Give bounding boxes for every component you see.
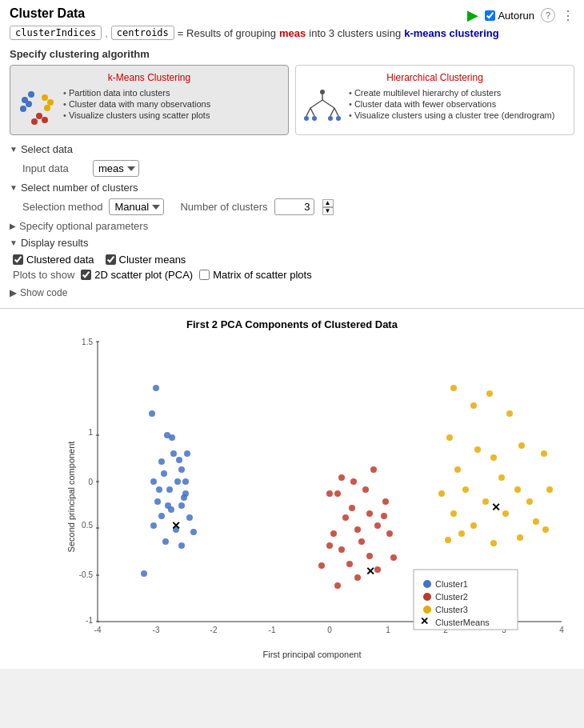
method-label: Selection method bbox=[22, 201, 102, 213]
kmeans-title: k-Means Clustering bbox=[17, 72, 282, 83]
clustered-data-checkbox-label[interactable]: Clustered data bbox=[13, 254, 94, 266]
svg-point-9 bbox=[31, 118, 38, 125]
num-clusters-spinner[interactable]: ▲ ▼ bbox=[322, 199, 334, 215]
svg-point-8 bbox=[42, 117, 48, 123]
plots-label: Plots to show bbox=[13, 269, 74, 281]
svg-point-106 bbox=[474, 446, 481, 453]
plot-matrix-label[interactable]: Matrix of scatter plots bbox=[199, 269, 312, 281]
autorun-checkbox-label[interactable]: Autorun bbox=[485, 10, 534, 22]
cluster-means-checkbox-label[interactable]: Cluster means bbox=[106, 254, 186, 266]
svg-point-121 bbox=[450, 510, 457, 517]
svg-point-69 bbox=[156, 486, 162, 493]
clustered-data-text: Clustered data bbox=[26, 254, 94, 266]
optional-arrow: ▶ bbox=[10, 222, 16, 230]
svg-point-114 bbox=[482, 498, 489, 505]
chart-title: First 2 PCA Components of Clustered Data bbox=[10, 318, 574, 330]
hierarchical-icon bbox=[302, 88, 342, 128]
svg-point-7 bbox=[36, 113, 42, 119]
svg-point-110 bbox=[454, 466, 461, 473]
svg-line-14 bbox=[310, 108, 314, 116]
plot-2d-checkbox[interactable] bbox=[81, 270, 91, 280]
cluster-means-text: Cluster means bbox=[119, 254, 186, 266]
description-k: k-means clustering bbox=[404, 27, 499, 39]
svg-point-47 bbox=[149, 410, 155, 417]
display-results-header[interactable]: ▼ Display results bbox=[10, 237, 574, 249]
svg-point-92 bbox=[334, 582, 341, 589]
svg-point-1 bbox=[28, 91, 34, 98]
svg-point-82 bbox=[330, 530, 337, 537]
svg-point-50 bbox=[178, 466, 185, 473]
spinner-down[interactable]: ▼ bbox=[322, 207, 334, 215]
hierarchical-bullet-1: Create multilevel hierarchy of clusters bbox=[349, 88, 554, 98]
svg-point-119 bbox=[533, 518, 539, 525]
plot-matrix-text: Matrix of scatter plots bbox=[213, 269, 312, 281]
help-button[interactable]: ? bbox=[541, 8, 555, 22]
svg-point-63 bbox=[162, 538, 169, 545]
plot-matrix-checkbox[interactable] bbox=[199, 270, 210, 280]
kmeans-bullets: Partition data into clusters Cluster dat… bbox=[63, 88, 210, 122]
svg-point-105 bbox=[446, 434, 453, 441]
select-data-label: Select data bbox=[21, 143, 73, 155]
select-data-header[interactable]: ▼ Select data bbox=[10, 143, 574, 155]
svg-text:Cluster3: Cluster3 bbox=[435, 605, 468, 614]
clustered-data-checkbox[interactable] bbox=[13, 254, 23, 265]
kmeans-icon bbox=[17, 88, 57, 128]
method-select[interactable]: Manual bbox=[109, 198, 164, 215]
svg-point-84 bbox=[374, 522, 381, 529]
svg-point-85 bbox=[358, 538, 365, 545]
svg-point-6 bbox=[44, 105, 50, 111]
kmeans-card[interactable]: k-Means Clustering bbox=[10, 65, 289, 135]
svg-point-129 bbox=[423, 580, 431, 588]
svg-point-3 bbox=[26, 101, 32, 107]
svg-point-116 bbox=[546, 486, 553, 493]
svg-point-45 bbox=[153, 385, 159, 391]
spinner-up[interactable]: ▲ bbox=[322, 199, 334, 207]
svg-point-112 bbox=[514, 486, 521, 493]
optional-header[interactable]: ▶ Specify optional parameters bbox=[10, 220, 574, 232]
svg-point-52 bbox=[166, 486, 173, 493]
kmeans-bullet-1: Partition data into clusters bbox=[63, 88, 210, 98]
select-data-arrow: ▼ bbox=[10, 145, 18, 154]
svg-point-131 bbox=[423, 593, 431, 601]
svg-point-57 bbox=[178, 502, 185, 509]
y-axis-label: Second principal component bbox=[66, 441, 76, 552]
cluster-means-checkbox[interactable] bbox=[106, 254, 116, 265]
svg-point-133 bbox=[423, 606, 431, 614]
svg-point-125 bbox=[445, 537, 451, 543]
svg-point-77 bbox=[362, 486, 369, 493]
svg-point-90 bbox=[326, 542, 333, 549]
svg-point-107 bbox=[490, 454, 497, 461]
svg-point-95 bbox=[390, 554, 397, 561]
svg-text:0: 0 bbox=[88, 478, 93, 486]
output-badge-centroids[interactable]: centroids bbox=[111, 26, 174, 40]
run-button[interactable]: ▶ bbox=[467, 6, 478, 24]
autorun-label-text: Autorun bbox=[498, 10, 534, 22]
svg-point-17 bbox=[304, 116, 309, 121]
svg-point-65 bbox=[141, 570, 147, 577]
svg-text:-2: -2 bbox=[210, 626, 218, 634]
num-clusters-input[interactable] bbox=[274, 198, 314, 215]
svg-point-122 bbox=[542, 526, 549, 533]
plot-2d-label[interactable]: 2D scatter plot (PCA) bbox=[81, 269, 193, 281]
select-clusters-header[interactable]: ▼ Select number of clusters bbox=[10, 182, 574, 194]
svg-text:-1: -1 bbox=[86, 616, 93, 625]
show-code-row[interactable]: ▶ Show code bbox=[10, 287, 574, 298]
svg-text:1.5: 1.5 bbox=[82, 338, 93, 346]
svg-point-70 bbox=[181, 494, 187, 501]
display-checkboxes: Clustered data Cluster means bbox=[13, 254, 574, 266]
svg-point-79 bbox=[342, 514, 349, 521]
svg-text:0: 0 bbox=[327, 626, 332, 634]
output-badge-indices[interactable]: clusterIndices bbox=[10, 26, 102, 40]
svg-point-91 bbox=[318, 562, 325, 569]
hierarchical-card[interactable]: Hierarchical Clustering bbox=[295, 65, 574, 135]
svg-text:✕: ✕ bbox=[491, 501, 501, 514]
svg-point-80 bbox=[366, 510, 373, 517]
input-data-select[interactable]: meas bbox=[93, 160, 139, 177]
autorun-checkbox[interactable] bbox=[485, 10, 495, 21]
more-button[interactable]: ⋮ bbox=[562, 8, 574, 23]
svg-point-103 bbox=[486, 390, 493, 397]
svg-text:-1: -1 bbox=[269, 626, 276, 634]
show-code-label: Show code bbox=[20, 287, 67, 298]
svg-point-101 bbox=[450, 385, 457, 391]
svg-text:Cluster2: Cluster2 bbox=[435, 592, 468, 602]
